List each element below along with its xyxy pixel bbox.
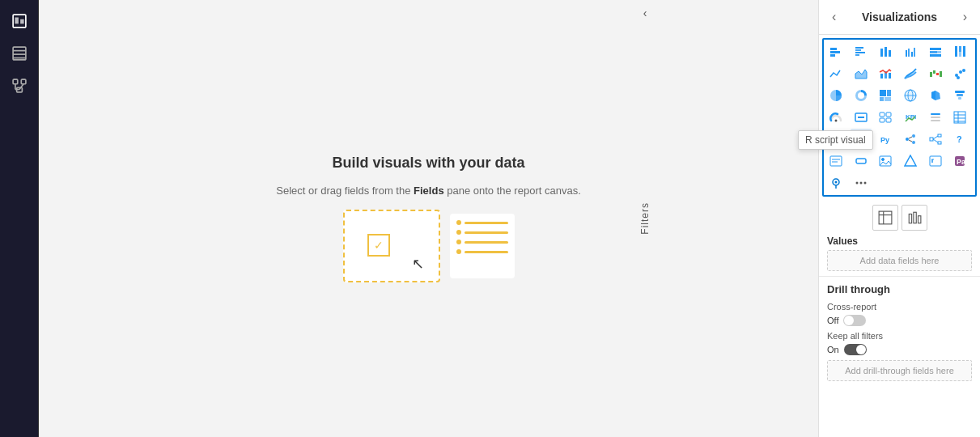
smart-narrative-icon[interactable]: [825, 151, 846, 172]
svg-rect-42: [940, 71, 942, 77]
donut-chart-icon[interactable]: [851, 85, 872, 106]
data-view-icon[interactable]: [5, 39, 34, 68]
svg-point-46: [957, 76, 960, 79]
image-icon[interactable]: [875, 151, 896, 172]
shape-icon[interactable]: [900, 151, 921, 172]
card-icon[interactable]: [851, 107, 872, 128]
svg-rect-23: [906, 50, 907, 57]
panel-next-button[interactable]: ›: [960, 8, 970, 26]
illus-line: [465, 222, 508, 224]
svg-rect-36: [880, 74, 883, 78]
svg-rect-19: [855, 54, 859, 56]
table-bucket-icon[interactable]: [872, 205, 898, 231]
svg-rect-18: [855, 52, 865, 53]
cross-report-toggle[interactable]: [843, 315, 866, 326]
illus-line: [465, 231, 508, 234]
line-and-stacked-icon[interactable]: [875, 63, 896, 84]
keep-filters-toggle-track[interactable]: [844, 344, 867, 355]
svg-rect-34: [963, 46, 965, 57]
on-label: On: [827, 345, 839, 354]
100pct-stacked-bar-icon[interactable]: [925, 41, 946, 62]
svg-rect-88: [938, 134, 941, 137]
map-icon[interactable]: [900, 85, 921, 106]
keep-filters-toggle[interactable]: [844, 344, 867, 355]
drill-through-dropzone[interactable]: Add drill-through fields here: [827, 360, 972, 381]
report-view-icon[interactable]: [5, 6, 34, 36]
kpi-icon[interactable]: KPI: [900, 107, 921, 128]
r-script-visual-icon[interactable]: R R script visual: [851, 129, 872, 150]
python-visual-icon[interactable]: Py: [875, 129, 896, 150]
100pct-stacked-column-icon[interactable]: [949, 41, 970, 62]
illus-dot: [456, 249, 461, 254]
waterfall-chart-icon[interactable]: [925, 63, 946, 84]
scatter-chart-icon[interactable]: [949, 63, 970, 84]
svg-rect-32: [959, 46, 961, 52]
panel-prev-button[interactable]: ‹: [829, 8, 839, 26]
svg-rect-69: [931, 117, 940, 118]
svg-marker-99: [905, 155, 916, 166]
svg-point-108: [855, 182, 858, 185]
canvas-illustration: ✓ ↖: [343, 210, 515, 282]
line-chart-icon[interactable]: [825, 63, 846, 84]
illus-dot: [456, 240, 461, 244]
r-script-tooltip: R script visual: [798, 130, 873, 150]
clustered-column-icon[interactable]: [900, 41, 921, 62]
filled-map-icon[interactable]: [925, 85, 946, 106]
svg-rect-16: [855, 47, 863, 49]
pie-chart-icon[interactable]: [825, 85, 846, 106]
svg-rect-21: [885, 47, 887, 57]
qa-visual-icon[interactable]: ?: [949, 129, 970, 150]
svg-rect-20: [880, 49, 883, 57]
illus-line: [465, 251, 508, 253]
illus-checkbox: ✓: [367, 234, 390, 257]
bucket-section: Values Add data fields here: [819, 200, 980, 277]
svg-rect-89: [938, 142, 941, 144]
more-visuals-icon[interactable]: [851, 172, 872, 193]
svg-rect-100: [930, 156, 941, 166]
area-chart-icon[interactable]: [851, 63, 872, 84]
stacked-column-icon[interactable]: [875, 41, 896, 62]
cross-report-toggle-track[interactable]: [843, 315, 866, 326]
canvas-title: Build visuals with your data: [332, 155, 524, 172]
cross-report-label: Cross-report: [827, 302, 972, 312]
column-bucket-icon[interactable]: [902, 205, 927, 231]
filters-label[interactable]: Filters: [639, 202, 651, 235]
filters-strip[interactable]: ‹ Filters: [634, 0, 656, 437]
panel-header: ‹ Visualizations ›: [819, 0, 980, 35]
azure-maps-icon[interactable]: [825, 172, 846, 193]
drill-through-title: Drill through: [827, 283, 972, 295]
power-apps-icon[interactable]: Pa: [949, 151, 970, 172]
key-influencers-icon[interactable]: [900, 129, 921, 150]
treemap-icon[interactable]: [875, 85, 896, 106]
illus-dot: [456, 230, 461, 235]
svg-rect-24: [908, 49, 910, 57]
decomp-tree-icon[interactable]: [925, 129, 946, 150]
svg-line-86: [909, 140, 912, 142]
model-view-icon[interactable]: [5, 71, 34, 100]
stacked-bar-chart-icon[interactable]: [825, 41, 846, 62]
multi-row-card-icon[interactable]: [875, 107, 896, 128]
slicer-icon[interactable]: [925, 107, 946, 128]
svg-rect-38: [889, 73, 891, 78]
canvas-subtitle: Select or drag fields from the Fields pa…: [276, 185, 581, 197]
ribbon-chart-icon[interactable]: [900, 63, 921, 84]
filters-collapse-arrow[interactable]: ‹: [643, 6, 647, 19]
svg-rect-87: [930, 138, 933, 141]
svg-rect-41: [936, 73, 939, 75]
funnel-chart-icon[interactable]: [949, 85, 970, 106]
values-dropzone[interactable]: Add data fields here: [827, 250, 972, 271]
illus-drag-area: ✓ ↖: [343, 210, 440, 282]
viz-icon-grid: KPI R R script visual Py ? Pa: [822, 38, 977, 197]
gauge-chart-icon[interactable]: [825, 107, 846, 128]
button-icon[interactable]: [851, 151, 872, 172]
svg-rect-13: [830, 48, 837, 50]
svg-rect-25: [911, 52, 913, 57]
svg-text:?: ?: [957, 134, 962, 144]
table-icon[interactable]: [949, 107, 970, 128]
drill-through-section: Drill through Cross-report Off Keep all …: [819, 277, 980, 388]
svg-rect-2: [20, 19, 24, 24]
text-box-icon[interactable]: [925, 151, 946, 172]
clustered-bar-icon[interactable]: [851, 41, 872, 62]
svg-rect-68: [931, 113, 940, 115]
illus-row-4: [456, 249, 508, 254]
